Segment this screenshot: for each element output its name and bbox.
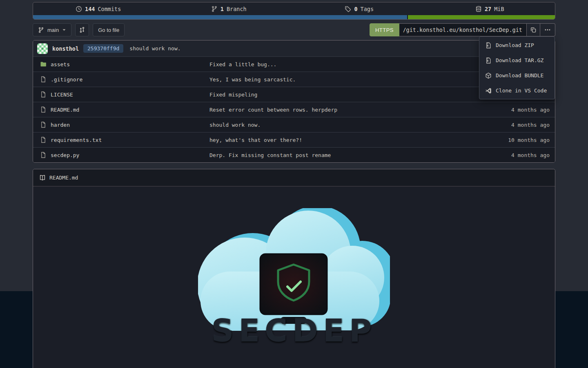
zip-file-icon	[485, 57, 492, 64]
clone-controls: HTTPS	[370, 23, 555, 36]
file-name[interactable]: harden	[51, 122, 70, 128]
copy-url-button[interactable]	[527, 23, 540, 36]
repo-toolbar: main Go to file HTTPS	[33, 23, 555, 36]
branch-icon	[38, 27, 44, 33]
avatar[interactable]	[37, 43, 48, 54]
menu-item-download-bundle[interactable]: Download BUNDLE	[479, 68, 555, 83]
git-compare-icon	[79, 27, 85, 33]
zip-file-icon	[485, 42, 492, 49]
file-icon	[40, 106, 47, 113]
menu-item-download-targz[interactable]: Download TAR.GZ	[479, 53, 555, 68]
file-icon	[40, 76, 47, 83]
file-commit-message[interactable]: hey, what's that over there?!	[209, 137, 482, 143]
table-row[interactable]: assets Fixed a little bug...	[33, 56, 555, 72]
branch-name: main	[47, 27, 59, 33]
file-icon	[40, 91, 47, 98]
commits-label: Commits	[98, 6, 121, 12]
repo-page: 144 Commits 1 Branch 0 Tags 27 MiB	[33, 0, 555, 368]
stat-tags[interactable]: 0 Tags	[294, 6, 425, 12]
file-icon	[40, 152, 47, 158]
clone-dropdown-menu: Download ZIP Download TAR.GZ Download BU…	[479, 36, 555, 99]
table-row[interactable]: harden should work now. 4 months ago	[33, 117, 555, 132]
file-icon	[40, 137, 47, 143]
clock-icon	[76, 6, 82, 12]
commit-message[interactable]: should work now.	[129, 45, 180, 52]
menu-item-clone-vscode[interactable]: Clone in VS Code	[479, 83, 555, 98]
https-label: HTTPS	[375, 27, 394, 33]
https-protocol-button[interactable]: HTTPS	[370, 23, 399, 36]
file-commit-message[interactable]: Derp. Fix missing constant post rename	[209, 152, 482, 158]
go-to-file-label: Go to file	[98, 27, 119, 33]
branches-label: Branch	[227, 6, 247, 12]
menu-item-download-zip[interactable]: Download ZIP	[479, 38, 555, 53]
branch-icon	[211, 6, 218, 12]
database-icon	[475, 6, 482, 12]
language-segment-other	[408, 15, 555, 19]
vscode-icon	[485, 88, 492, 94]
file-commit-message[interactable]: Yes, I was being sarcastic.	[209, 76, 482, 83]
file-age: 10 months ago	[482, 137, 555, 143]
readme-title: README.md	[49, 175, 78, 181]
book-icon	[39, 175, 46, 181]
commit-hash-badge[interactable]: 259370ff9d	[83, 44, 123, 53]
branches-count: 1	[220, 6, 224, 12]
file-age: 4 months ago	[482, 122, 555, 128]
repo-stats-box: 144 Commits 1 Branch 0 Tags 27 MiB	[33, 2, 555, 20]
latest-commit-row: konsthol 259370ff9d should work now.	[33, 40, 555, 56]
file-age: 4 months ago	[482, 152, 555, 158]
file-commit-message[interactable]: Fixed a little bug...	[209, 61, 482, 67]
menu-label: Download ZIP	[496, 42, 534, 48]
folder-icon	[40, 61, 47, 67]
commit-author[interactable]: konsthol	[52, 45, 79, 52]
menu-label: Download TAR.GZ	[496, 57, 543, 63]
file-name[interactable]: secdep.py	[51, 152, 79, 158]
stat-commits[interactable]: 144 Commits	[33, 6, 164, 12]
readme-panel: README.md	[33, 169, 555, 368]
branch-selector[interactable]: main	[33, 23, 71, 36]
tags-count: 0	[354, 6, 357, 12]
stat-size[interactable]: 27 MiB	[425, 6, 555, 12]
file-commit-message[interactable]: Reset error count between rows. herpderp	[209, 107, 482, 113]
tag-icon	[345, 6, 351, 12]
file-name[interactable]: assets	[51, 61, 70, 67]
size-count: 27	[485, 6, 491, 12]
table-row[interactable]: secdep.py Derp. Fix missing constant pos…	[33, 147, 555, 162]
table-row[interactable]: .gitignore Yes, I was being sarcastic.	[33, 72, 555, 87]
package-icon	[485, 72, 492, 79]
language-bar[interactable]	[33, 15, 555, 19]
chevron-down-icon	[62, 28, 66, 32]
clone-more-button[interactable]	[540, 23, 555, 36]
copy-icon	[530, 27, 537, 33]
size-label: MiB	[494, 6, 504, 12]
file-name[interactable]: .gitignore	[51, 76, 82, 83]
file-name[interactable]: LICENSE	[51, 92, 73, 98]
menu-label: Download BUNDLE	[496, 72, 543, 79]
table-row[interactable]: requirements.txt hey, what's that over t…	[33, 132, 555, 147]
clone-url-input[interactable]	[399, 23, 527, 36]
language-segment-python	[33, 15, 407, 19]
readme-header[interactable]: README.md	[33, 169, 555, 186]
file-commit-message[interactable]: Fixed mispeling	[209, 92, 482, 98]
go-to-file-button[interactable]: Go to file	[93, 23, 125, 36]
file-name[interactable]: README.md	[51, 107, 79, 113]
ellipsis-icon	[544, 27, 551, 33]
readme-content: SECDEP	[33, 186, 555, 368]
file-age: 4 months ago	[482, 107, 555, 113]
commits-count: 144	[85, 6, 95, 12]
table-row[interactable]: LICENSE Fixed mispeling	[33, 87, 555, 102]
file-name[interactable]: requirements.txt	[51, 137, 102, 143]
table-row[interactable]: README.md Reset error count between rows…	[33, 102, 555, 117]
file-icon	[40, 121, 47, 128]
tags-label: Tags	[361, 6, 374, 12]
menu-label: Clone in VS Code	[496, 88, 547, 94]
file-list-panel: konsthol 259370ff9d should work now. ass…	[33, 40, 555, 163]
file-commit-message[interactable]: should work now.	[209, 122, 482, 128]
stat-branches[interactable]: 1 Branch	[164, 6, 294, 12]
compare-branches-button[interactable]	[75, 23, 89, 36]
secdep-wordmark: SECDEP	[211, 312, 376, 349]
